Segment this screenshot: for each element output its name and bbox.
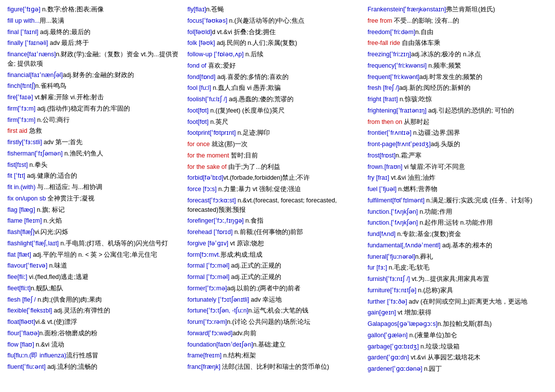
list-item: forgive [fəˈɡɪv] vt 原谅;饶恕 — [187, 239, 362, 248]
list-item: former[ˈfɔːmə]adj.以前的;(两者中的)前者 — [187, 284, 362, 293]
list-item: fond of 喜欢;爱好 — [187, 61, 362, 71]
list-item: flexible[ˈfleksɪbl] adj.灵活的;有弹性的 — [7, 306, 182, 315]
list-item: foolish[ˈfuːlɪʃ /] adj.愚蠢的;傻的;荒谬的 — [187, 95, 362, 104]
list-item: frequent[ˈfriːkwənt]adj.时常发生的;频繁的 — [368, 73, 543, 82]
column-3: Frankenstein[ˈfræŋkənstaɪn]弗兰肯斯坦(姓氏)free… — [368, 5, 548, 376]
list-item: force [fɔːs] n.力量;暴力 vt 强制;促使;强迫 — [187, 185, 362, 194]
list-item: fright [fraɪt] n.惊骇;吃惊 — [368, 95, 543, 104]
list-item: foot[fʊt] n.英尺 — [187, 118, 362, 127]
list-item: fist[fɪst] n.拳头 — [7, 160, 182, 170]
list-item: forecast[ˈfɔːkɑːst] n.&vt.(forecast, for… — [187, 196, 362, 215]
list-item: finally [ˈfaɪnəli] adv 最后;终于 — [7, 39, 182, 48]
list-item: flesh [fleʃ / n.肉;(供食用的)肉;果肉 — [7, 295, 182, 305]
list-item: fisherman[ˈfɪʃəmən] n.渔民;钓鱼人 — [7, 149, 182, 158]
list-item: fuel [ˈfjuəl] n.燃料;营养物 — [368, 185, 543, 194]
list-item: garbage[ˈɡɑːbɪdʒ] n.垃圾;垃圾箱 — [368, 342, 543, 352]
list-item: fulfilment[fʊlˈfɪlmənt] n.满足;履行;实践;完成 (任… — [368, 196, 543, 205]
list-item: flash[flæʃ]vi.闪光;闪烁 — [7, 228, 182, 237]
list-item: float[fləʊt]vi.& vt.(使)漂浮 — [7, 317, 182, 327]
column-2: fly[flaɪ]n.苍蝇focus[ˈfəʊkəs] n.(兴趣活动等的)中心… — [187, 5, 367, 376]
list-item: further [ˈfɜːðə] adv (在时间或空间上)距离更大地，更远地 — [368, 297, 543, 307]
list-item: for the moment 暂时;目前 — [187, 151, 362, 160]
list-item: firm[ˈfɜːm] adj.(指动作)稳定而有力的;牢固的 — [7, 104, 182, 114]
list-item: free from 不受...的影响; 没有...的 — [368, 16, 543, 26]
list-item: fluent[ˈfluːənt] adj.流利的;流畅的 — [7, 362, 182, 372]
list-item: fix on/upon sb 全神贯注于;凝视 — [7, 194, 182, 203]
list-item: function.[ˈfʌŋkʃən] n.起作用;运转 n.功能;作用 — [368, 218, 543, 228]
list-item: flavour[ˈfleɪvə] n.味道 — [7, 261, 182, 271]
list-item: function.[ˈfʌŋkʃən] n.功能;作用 — [368, 207, 543, 217]
list-item: furnish[ˈfɜːnɪʃ /] vt.为...提供家具;用家具布置 — [368, 274, 543, 284]
list-item: fur [fɜː] n.毛皮;毛;软毛 — [368, 263, 543, 273]
list-item: final [ˈfaɪnl] adj.最终的;最后的 — [7, 28, 182, 37]
list-item: foot[fʊt] n.((复)feet) (长度单位)英尺 — [187, 106, 362, 116]
list-item: follow-up [ˈfɒləʊˌʌp] n.后续 — [187, 50, 362, 59]
list-item: forefinger[ˈfɔːˌfɪŋɡə] n.食指 — [187, 216, 362, 226]
list-item: flu[fluːn.(即 influenza)流行性感冒 — [7, 351, 182, 360]
list-item: forum[ˈfɔːrəm]n.(讨论 公共问题的)场所;论坛 — [187, 317, 362, 327]
list-item: focus[ˈfəʊkəs] n.(兴趣活动等的)中心;焦点 — [187, 16, 362, 26]
list-item: fond[fɒnd] adj.喜爱的;多情的;喜欢的 — [187, 73, 362, 82]
list-item: formal [ˈfɔːməl] adj.正式的;正规的 — [187, 273, 362, 282]
list-item: franc[fræŋk] 法郎(法国、比利时和瑞士的货币单位) — [187, 362, 362, 372]
list-item: form[fɔːmvt.形成;构成;组成 — [187, 250, 362, 260]
main-content: figure[ˈfɪɡə] n.数字;价格;图表;画像fill up with.… — [7, 5, 548, 376]
list-item: for the sake of 由于;为了...的利益 — [187, 162, 362, 172]
list-item: furniture[ˈfɜːnɪtʃə] n.(总称)家具 — [368, 286, 543, 295]
list-item: fol[fəʊld]d vt.&vi 折叠;合拢;拥住 — [187, 28, 362, 37]
list-item: formal [ˈfɔːməl] adj.正式的;正规的 — [187, 261, 362, 271]
list-item: frost[frɒst]n.霜;严寒 — [368, 151, 543, 160]
list-item: flour[ˈflaʊə]n.面粉;谷物磨成的粉 — [7, 329, 182, 338]
list-item: first aid 急救 — [7, 126, 182, 136]
list-item: financial[faɪˈnænʃəl]adj.财务的;金融的;财政的 — [7, 71, 182, 80]
list-item: gardener[ˈɡɑːdənə] n.园丁 — [368, 364, 543, 374]
list-item: fry [fraɪ] vt.&vi 油煎;油炸 — [368, 173, 543, 183]
list-item: free-fall ride 自由落体车乘 — [368, 39, 543, 48]
list-item: funeral[ˈfjuːnərəl]n.葬礼 — [368, 252, 543, 262]
list-item: fortune[ˈfɔːtʃən, -tʃuːn]n.运气;机会;大笔的钱 — [187, 306, 362, 315]
list-item: fortunately [ˈfɔɪtʃənɪtli] adv 幸运地 — [187, 295, 362, 305]
list-item: freezing[ˈfriːzɪŋ]adj.冰冻的;极冷的 n.冰点 — [368, 50, 543, 59]
list-item: flee[fliː] vi.(fled,fled)逃走;逃避 — [7, 273, 182, 282]
list-item: firm[ˈfɜːm] n.公司;商行 — [7, 116, 182, 125]
list-item: fool [fuːl] n.蠢人;白痴 vi 愚弄;欺骗 — [187, 83, 362, 93]
list-item: forehead [ˈfɒrɪd] n.前额;(任何事物的)前部 — [187, 228, 362, 237]
list-item: footprint[ˈfʊtprɪnt] n.足迹;脚印 — [187, 128, 362, 138]
list-item: fresh [freʃ /]adj.新的;阅经历的;新鲜的 — [368, 83, 543, 93]
list-item: front-page[frʌntˈpeɪdʒ]adj.头版的 — [368, 140, 543, 149]
list-item: flashlight[ˈflæʃˌlaɪt] n.手电筒;(灯塔、机场等的)闪光… — [7, 239, 182, 248]
list-item: flow [flaʊ] n.&vi 流动 — [7, 340, 182, 350]
list-item: fit [ˈfɪt] adj.健康的;适合的 — [7, 171, 182, 181]
list-item: finance[faɪˈnæns]n.财政(学);金融;（复数）资金 vt.为.… — [7, 50, 182, 69]
list-item: frightening[ˈfraɪtənɪŋ] adj.引起恐惧的;恐惧的; 可… — [368, 106, 543, 116]
list-item: finch[fɪntʃ]n.雀科鸣鸟 — [7, 81, 182, 91]
list-item: fund[fʌnd] n.专款;基金;(复数)资金 — [368, 230, 543, 239]
list-item: garden[ˈɡɑːdn] vt.&vi 从事园艺;栽培花木 — [368, 353, 543, 362]
list-item: firstly[ˈfɜːstli] adv 第一;首先 — [7, 138, 182, 147]
list-item: flat [flæt] adj.平的;平坦的 n. < 英 > 公寓住宅;单元住… — [7, 250, 182, 260]
list-item: from then on 从那时起 — [368, 118, 543, 127]
list-item: fundamental[ˌfʌndəˈmentl] adj.基本的;根本的 — [368, 241, 543, 250]
list-item: fly[flaɪ]n.苍蝇 — [187, 5, 362, 14]
list-item: frown.[fraʊn] vi 皱眉;不许可;不同意 — [368, 162, 543, 172]
column-1: figure[ˈfɪɡə] n.数字;价格;图表;画像fill up with.… — [7, 5, 187, 376]
list-item: Galapagos[ɡəˈlæpəɡɔːs]n.加拉帕戈斯(群岛) — [368, 319, 543, 329]
list-item: flag [flæɡ] n.旗; 标记 — [7, 205, 182, 215]
list-item: for once 就这(那)一次 — [187, 140, 362, 149]
list-item: foundation[faʊnˈdeɪʃən]n.基础;建立 — [187, 340, 362, 350]
list-item: forward[ˈfɔːwəd]adv.向前 — [187, 329, 362, 338]
list-item: flame [fleɪm] n.火焰 — [7, 216, 182, 226]
list-item: folk [fəʊk] adj.民间的 n.人们;亲属(复数) — [187, 39, 362, 48]
list-item: Frankenstein[ˈfræŋkənstaɪn]弗兰肯斯坦(姓氏) — [368, 5, 543, 14]
list-item: freedom[ˈfriːdəm]n.自由 — [368, 28, 543, 37]
list-item: fill up with...用...装满 — [7, 16, 182, 26]
list-item: fit in.(with) 与...相适应; 与...相协调 — [7, 183, 182, 192]
list-item: fire[ˈfaɪə] vt.解雇;开除 vi.开枪;射击 — [7, 93, 182, 102]
list-item: frame[freɪm] n.结构;框架 — [187, 351, 362, 360]
list-item: gallon[ˈɡælən] n.(液量单位)加仑 — [368, 331, 543, 340]
list-item: frequency[ˈfriːkwənsi] n.频率;频繁 — [368, 61, 543, 71]
list-item: gain[ɡeɪn] vt 增加;获得 — [368, 308, 543, 317]
list-item: figure[ˈfɪɡə] n.数字;价格;图表;画像 — [7, 5, 182, 14]
list-item: fleet[fliːt]n.舰队;船队 — [7, 284, 182, 293]
list-item: forbid[fəˈbɪd]vt.(forbade,forbidden)禁止;不… — [187, 173, 362, 183]
